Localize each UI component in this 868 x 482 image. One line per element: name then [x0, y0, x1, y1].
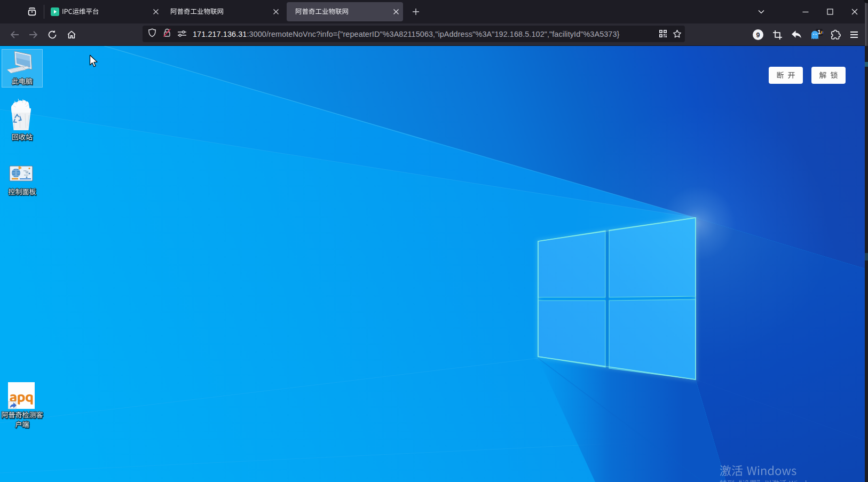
- svg-text:9: 9: [756, 31, 760, 39]
- svg-text:1: 1: [817, 29, 820, 35]
